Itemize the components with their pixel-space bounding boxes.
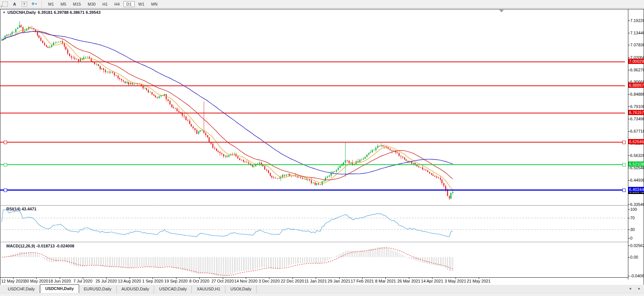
date-tick-label: 3 May 2021 <box>443 279 469 283</box>
top-toolbar: F A T ❖ ▾ M1M5M15M30H1H4D1W1MN <box>0 0 644 8</box>
chart-tab-eurusd[interactable]: EURUSD,Daily <box>79 286 117 293</box>
chart-grid-icon-f: F <box>1 5 2 8</box>
chart-tabs-bar: USDCHF,DailyUSDCNH,DailyEURUSD,DailyAUDU… <box>0 285 644 293</box>
chart-tab-xauusd[interactable]: XAUUSD,H1 <box>192 286 225 293</box>
tab-scroll-left-icon[interactable]: ◄ <box>628 287 632 290</box>
price-tick-label: 6.44930 <box>630 178 644 183</box>
text-box-icon[interactable]: T <box>21 1 28 7</box>
price-tick-label: 6.79100 <box>630 104 644 109</box>
macd-tick-label: 0.025623 <box>630 243 644 248</box>
date-tick-label: 26 Mar 2021 <box>396 279 422 283</box>
date-tick-label: 3 Dec 2020 <box>256 279 282 283</box>
tab-scroll-right-icon[interactable]: ► <box>638 287 641 290</box>
date-tick-label: 14 Apr 2021 <box>419 279 445 283</box>
macd-tick-label: -0.040687 <box>630 273 644 278</box>
price-tick-label: 6.33540 <box>630 202 644 207</box>
date-tick-label: 17 Feb 2021 <box>349 279 375 283</box>
chart-grid-icon-glyph <box>2 1 8 7</box>
date-tick-label: 14 Nov 2020 <box>233 279 259 283</box>
hline-price-label: 6.52108 <box>628 161 644 167</box>
chart-tab-audusd[interactable]: AUDUSD,Daily <box>117 286 154 293</box>
timeframe-button-m15[interactable]: M15 <box>70 1 84 7</box>
date-tick-label: 8 Oct 2020 <box>186 279 212 283</box>
timeframe-button-h4[interactable]: H4 <box>111 1 122 7</box>
timeframe-button-mn[interactable]: MN <box>148 1 160 7</box>
timeframe-button-m1[interactable]: M1 <box>45 1 57 7</box>
hline-price-label: 7.00029 <box>628 59 644 64</box>
date-tick-label: 21 May 2021 <box>466 279 492 283</box>
rsi-tick-label: 0 <box>630 235 644 241</box>
date-tick-label: 27 Oct 2020 <box>210 279 236 283</box>
date-tick-label: 13 Aug 2020 <box>116 279 143 283</box>
date-tick-label: 18 Jun 2020 <box>47 279 73 283</box>
chart-tab-usdcnh[interactable]: USDCNH,Daily <box>40 284 79 293</box>
date-tick-label: 29 Jan 2021 <box>326 279 352 283</box>
chart-window[interactable] <box>0 9 644 285</box>
price-tick-label: 6.73490 <box>630 116 644 121</box>
rsi-tick-label: 70 <box>630 215 644 221</box>
hline-price-label: 6.40244 <box>628 187 644 192</box>
toolbar-separator <box>41 1 42 7</box>
mt4-terminal: F A T ❖ ▾ M1M5M15M30H1H4D1W1MN ▼ USDCNH,… <box>0 0 644 296</box>
rsi-indicator-label: RSI(14) 43.4471 <box>6 207 37 211</box>
price-tick-label: 6.96270 <box>630 67 644 73</box>
hline-price-label: 6.76157 <box>628 110 644 115</box>
chart-tab-usdcad[interactable]: USDCAD,Daily <box>154 286 192 293</box>
hline-price-label: 6.62646 <box>628 139 644 144</box>
rsi-tick-label: 100 <box>630 207 644 212</box>
date-tick-label: 25 Jul 2020 <box>93 279 119 283</box>
macd-tick-label: 0.00 <box>630 255 644 260</box>
chart-shift-marker <box>499 10 504 12</box>
price-tick-label: 6.84880 <box>630 92 644 97</box>
symbol-dropdown-arrow[interactable]: ▼ <box>3 11 6 14</box>
timeframe-toolbar: M1M5M15M30H1H4D1W1MN <box>45 0 161 8</box>
date-tick-label: 22 Dec 2020 <box>279 279 306 283</box>
macd-indicator-label: MACD(12,26,9) -0.018713 -0.024008 <box>6 244 74 248</box>
chart-tab-usoil[interactable]: USOil,Daily <box>225 286 256 293</box>
price-tick-label: 6.67710 <box>630 129 644 134</box>
hline-price-label: 6.88897 <box>628 83 644 88</box>
timeframe-button-m30[interactable]: M30 <box>85 1 99 7</box>
symbol-period-label: USDCNH,Daily <box>7 10 36 15</box>
timeframe-button-h1[interactable]: H1 <box>99 1 110 7</box>
price-tick-label: 7.19220 <box>630 18 644 23</box>
price-tick-label: 6.56320 <box>630 153 644 158</box>
rsi-tick-label: 30 <box>630 227 644 232</box>
tab-scroll-controls: ◄ ► <box>628 287 641 290</box>
chart-grid-icon[interactable]: F <box>1 1 9 7</box>
price-tick-label: 7.13440 <box>630 30 644 36</box>
arrow-objects-icon[interactable]: ❖ ▾ <box>30 1 38 7</box>
date-tick-label: 11 Jan 2021 <box>303 279 329 283</box>
date-tick-label: 30 May 2020 <box>23 279 49 283</box>
timeframe-button-d1[interactable]: D1 <box>124 1 135 7</box>
date-tick-label: 19 Sep 2020 <box>163 279 189 283</box>
ohlc-values: 6.39181 6.39788 6.38671 6.39543 <box>38 10 100 15</box>
timeframe-button-m5[interactable]: M5 <box>57 1 69 7</box>
price-tick-label: 7.07830 <box>630 42 644 47</box>
chart-tab-usdchf[interactable]: USDCHF,Daily <box>3 286 40 293</box>
date-tick-label: 8 Mar 2021 <box>372 279 398 283</box>
chart-title: ▼ USDCNH,Daily 6.39181 6.39788 6.38671 6… <box>3 10 101 15</box>
timeframe-button-w1[interactable]: W1 <box>135 1 148 7</box>
date-tick-label: 12 May 2020 <box>0 279 26 283</box>
objects-dropdown-caret[interactable]: ▾ <box>35 2 37 6</box>
date-tick-label: 1 Sep 2020 <box>140 279 166 283</box>
date-tick-label: 7 Jul 2020 <box>70 279 96 283</box>
status-strip <box>0 293 644 296</box>
text-annotation-icon[interactable]: A <box>11 1 18 7</box>
